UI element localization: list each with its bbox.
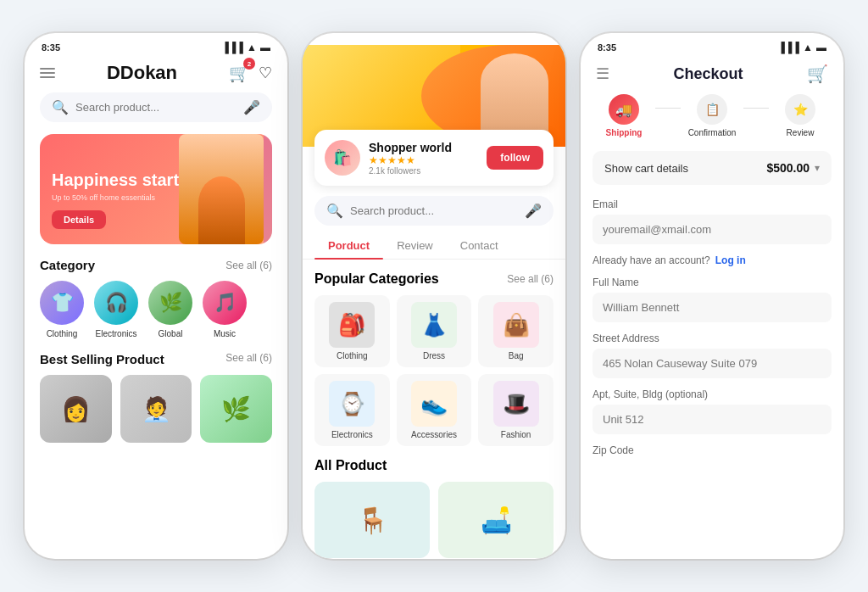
banner-details-button[interactable]: Details (52, 210, 106, 229)
global-label: Global (159, 329, 183, 338)
cat-label-electronics: Electronics (331, 430, 373, 439)
status-bar-3: 8:35 ▐▐▐ ▲ ▬ (581, 33, 843, 57)
search-icon: 🔍 (52, 99, 69, 115)
step-review[interactable]: ⭐ Review (769, 94, 832, 137)
cat-img-bag: 👜 (493, 302, 539, 348)
search-bar-2[interactable]: 🔍 🎤 (314, 196, 554, 226)
cat-fashion[interactable]: 🎩 Fashion (478, 374, 554, 446)
mic-icon-2[interactable]: 🎤 (525, 203, 542, 219)
category-item-music[interactable]: 🎵 Music (203, 281, 247, 338)
battery-icon: ▬ (260, 42, 270, 53)
phone-shopper: 🛍️ Shopper world ★★★★★ 2.1k followers fo… (303, 33, 565, 559)
popular-cat-see-all[interactable]: See all (6) (507, 273, 554, 285)
product-image-3: 🌿 (200, 375, 272, 443)
shop-followers: 2.1k followers (369, 166, 452, 176)
category-see-all[interactable]: See all (6) (225, 260, 272, 271)
cart-price: $500.00 (766, 161, 810, 175)
clothing-icon: 👕 (40, 281, 84, 325)
time-3: 8:35 (598, 42, 616, 53)
signal-icon: ▐▐▐ (222, 42, 244, 53)
category-item-electronics[interactable]: 🎧 Electronics (94, 281, 138, 338)
product-card-3[interactable]: 🌿 (200, 375, 272, 443)
wishlist-icon[interactable]: ♡ (259, 64, 272, 82)
step-shipping-circle: 🚚 (609, 94, 639, 125)
product-card-2[interactable]: 🧑‍💼 (120, 375, 192, 443)
status-bar-2 (303, 33, 565, 45)
checkout-header: ☰ Checkout 🛒 (581, 57, 843, 94)
step-shipping[interactable]: 🚚 Shipping (593, 94, 655, 137)
best-selling-see-all[interactable]: See all (6) (225, 352, 272, 366)
search-input-1[interactable] (75, 101, 236, 114)
dokan-logo: DDokan (107, 62, 177, 84)
best-selling-header: Best Selling Product See all (6) (25, 352, 287, 366)
cat-label-fashion: Fashion (501, 430, 531, 439)
cat-label-bag: Bag (509, 351, 524, 360)
hamburger-icon-checkout[interactable]: ☰ (596, 64, 609, 83)
cat-dress[interactable]: 👗 Dress (397, 295, 472, 367)
chevron-down-icon: ▾ (815, 162, 820, 174)
best-selling-products: 👩 🧑‍💼 🌿 (25, 375, 287, 443)
cat-label-accessories: Accessories (411, 430, 457, 439)
step-review-label: Review (787, 128, 815, 137)
street-field[interactable] (593, 349, 832, 378)
step-divider-2 (743, 108, 769, 109)
tab-contact[interactable]: Contact (447, 232, 512, 259)
all-product-title: All Product (303, 458, 565, 473)
cat-clothing[interactable]: 🎒 Clothing (314, 295, 390, 367)
tab-product[interactable]: Porduct (314, 232, 383, 259)
shop-avatar: 🛍️ (325, 140, 360, 176)
tab-review[interactable]: Review (383, 232, 447, 259)
apt-field[interactable] (593, 405, 832, 434)
product-grid-item-2[interactable]: 🛋️ (438, 482, 554, 558)
banner-image (179, 134, 264, 244)
search-input-2[interactable] (350, 204, 518, 217)
shop-name: Shopper world (369, 141, 452, 154)
cat-bag[interactable]: 👜 Bag (478, 295, 554, 367)
header-icons: 🛒 2 ♡ (229, 63, 272, 83)
cat-img-accessories: 👟 (411, 381, 457, 427)
electronics-label: Electronics (96, 329, 137, 338)
all-products-grid: 🪑 🛋️ (303, 482, 565, 558)
zip-label: Zip Code (593, 444, 832, 456)
checkout-steps: 🚚 Shipping 📋 Confirmation ⭐ Review (581, 94, 843, 151)
step-shipping-label: Shipping (606, 128, 643, 137)
cart-badge: 2 (243, 58, 255, 70)
cat-electronics[interactable]: ⌚ Electronics (314, 374, 390, 446)
checkout-title: Checkout (673, 65, 743, 83)
status-bar-1: 8:35 ▐▐▐ ▲ ▬ (25, 33, 287, 57)
category-item-clothing[interactable]: 👕 Clothing (40, 281, 84, 338)
category-list: 👕 Clothing 🎧 Electronics 🌿 Global 🎵 Musi… (25, 281, 287, 338)
product-image-1: 👩 (40, 375, 112, 443)
step-confirmation-label: Confirmation (688, 128, 737, 137)
cart-details-bar[interactable]: Show cart details $500.00 ▾ (593, 151, 832, 185)
email-field[interactable] (593, 215, 832, 244)
cat-img-dress: 👗 (411, 302, 457, 348)
battery-icon-3: ▬ (816, 42, 826, 53)
product-grid-item-1[interactable]: 🪑 (314, 482, 430, 558)
category-item-global[interactable]: 🌿 Global (148, 281, 192, 338)
step-review-circle: ⭐ (785, 94, 815, 125)
search-icon-2: 🔍 (326, 203, 343, 219)
status-icons-3: ▐▐▐ ▲ ▬ (778, 42, 826, 53)
cat-img-electronics: ⌚ (329, 381, 375, 427)
fullname-field[interactable] (593, 293, 832, 322)
apt-label: Apt, Suite, Bldg (optional) (593, 388, 832, 400)
checkout-form: Email Already have an account? Log in Fu… (581, 198, 843, 456)
category-header: Category See all (6) (25, 258, 287, 272)
follow-button[interactable]: follow (487, 146, 543, 170)
mic-icon[interactable]: 🎤 (243, 99, 260, 115)
login-link[interactable]: Log in (715, 254, 746, 266)
cat-accessories[interactable]: 👟 Accessories (397, 374, 472, 446)
menu-button[interactable] (40, 68, 55, 78)
product-card-1[interactable]: 👩 (40, 375, 112, 443)
music-icon: 🎵 (203, 281, 247, 325)
cart-button[interactable]: 🛒 2 (229, 63, 250, 83)
step-confirmation[interactable]: 📋 Confirmation (681, 94, 743, 137)
shop-stars: ★★★★★ (369, 154, 452, 166)
cat-label-dress: Dress (423, 351, 445, 360)
search-bar-1[interactable]: 🔍 🎤 (40, 92, 272, 122)
dokan-header: DDokan 🛒 2 ♡ (25, 57, 287, 92)
checkout-cart-icon[interactable]: 🛒 (807, 64, 828, 84)
clothing-label: Clothing (47, 329, 78, 338)
global-icon: 🌿 (148, 281, 192, 325)
